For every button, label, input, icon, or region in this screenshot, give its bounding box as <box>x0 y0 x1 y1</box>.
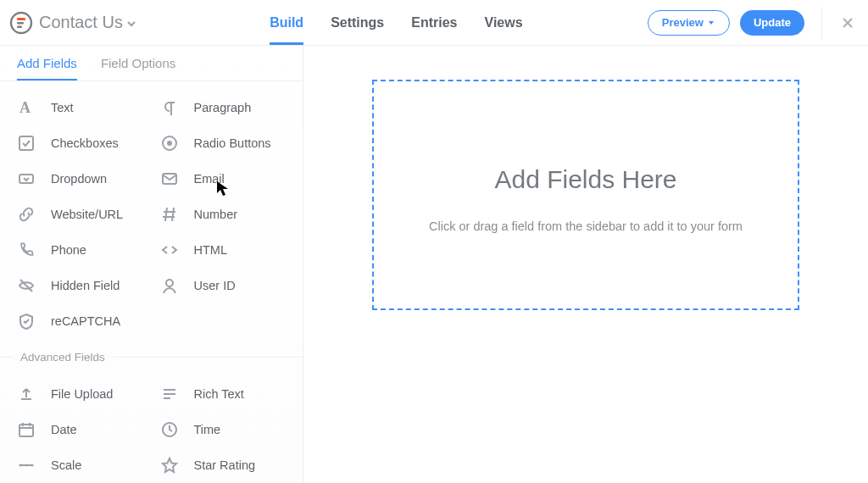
form-title-menu[interactable]: Contact Us <box>39 13 136 32</box>
email-icon <box>160 169 179 188</box>
nav-build[interactable]: Build <box>270 0 303 45</box>
field-type-website-url[interactable]: Website/URL <box>8 197 152 232</box>
field-type-label: Phone <box>51 243 86 257</box>
svg-rect-15 <box>17 25 22 28</box>
calendar-icon <box>17 420 36 439</box>
field-type-rich-text[interactable]: Rich Text <box>152 376 295 412</box>
hidden-icon <box>17 276 36 295</box>
svg-rect-13 <box>17 18 25 20</box>
field-type-label: Rich Text <box>194 387 244 401</box>
dropzone-title: Add Fields Here <box>494 165 676 194</box>
field-type-email[interactable]: Email <box>152 161 295 197</box>
dropdown-icon <box>17 169 36 188</box>
field-type-phone[interactable]: Phone <box>8 232 152 268</box>
svg-rect-14 <box>17 22 24 25</box>
shield-icon <box>17 312 36 330</box>
divider <box>821 7 822 39</box>
field-type-time[interactable]: Time <box>152 412 295 447</box>
star-icon <box>160 456 179 475</box>
field-type-label: reCAPTCHA <box>51 314 120 328</box>
field-type-label: Email <box>194 172 225 186</box>
caret-down-icon <box>707 19 715 27</box>
form-dropzone[interactable]: Add Fields Here Click or drag a field fr… <box>372 80 799 310</box>
checkbox-icon <box>17 134 36 153</box>
field-type-label: Text <box>51 101 74 114</box>
field-type-radio-buttons[interactable]: Radio Buttons <box>152 125 295 161</box>
radio-icon <box>160 134 179 153</box>
field-type-html[interactable]: HTML <box>152 232 295 268</box>
field-type-label: User ID <box>194 279 236 292</box>
field-type-label: Number <box>194 208 238 221</box>
chevron-down-icon <box>126 19 136 29</box>
code-icon <box>160 241 179 259</box>
form-title-text: Contact Us <box>39 13 123 32</box>
upload-icon <box>17 385 36 403</box>
update-button[interactable]: Update <box>740 10 804 36</box>
field-type-scale[interactable]: Scale <box>8 447 152 483</box>
user-icon <box>160 276 179 295</box>
nav-views[interactable]: Views <box>485 0 523 45</box>
nav-entries[interactable]: Entries <box>411 0 457 45</box>
field-type-label: File Upload <box>51 387 113 401</box>
field-type-number[interactable]: Number <box>152 197 295 232</box>
close-icon <box>841 16 854 30</box>
field-type-label: Hidden Field <box>51 279 120 292</box>
top-bar: Contact Us Build Settings Entries Views … <box>0 0 868 46</box>
richtext-icon <box>160 385 179 403</box>
main-nav: Build Settings Entries Views <box>145 0 648 45</box>
field-type-label: Scale <box>51 458 81 472</box>
close-button[interactable] <box>839 14 856 31</box>
clock-icon <box>160 420 179 439</box>
field-type-label: Date <box>51 423 77 436</box>
field-type-text[interactable]: Text <box>8 90 152 125</box>
field-type-label: Radio Buttons <box>194 136 271 150</box>
tab-field-options[interactable]: Field Options <box>101 56 175 80</box>
hash-icon <box>160 205 179 224</box>
field-type-label: Checkboxes <box>51 136 119 150</box>
app-logo <box>8 10 34 36</box>
field-type-label: Star Rating <box>194 458 256 472</box>
advanced-field-list: File UploadRich TextDateTimeScaleStar Ra… <box>0 368 303 483</box>
dropzone-subtitle: Click or drag a field from the sidebar t… <box>429 219 743 233</box>
phone-icon <box>17 241 36 259</box>
paragraph-icon <box>160 98 179 117</box>
preview-button[interactable]: Preview <box>648 10 730 36</box>
field-type-hidden-field[interactable]: Hidden Field <box>8 268 152 303</box>
field-type-label: Paragraph <box>194 101 252 114</box>
field-type-dropdown[interactable]: Dropdown <box>8 161 152 197</box>
field-type-label: Time <box>194 423 221 436</box>
advanced-fields-heading: Advanced Fields <box>0 349 303 364</box>
field-type-star-rating[interactable]: Star Rating <box>152 447 295 483</box>
tab-add-fields[interactable]: Add Fields <box>17 56 77 80</box>
field-type-label: HTML <box>194 243 227 257</box>
field-type-date[interactable]: Date <box>8 412 152 447</box>
link-icon <box>17 205 36 224</box>
form-canvas: Add Fields Here Click or drag a field fr… <box>303 46 868 483</box>
nav-settings[interactable]: Settings <box>331 0 384 45</box>
basic-field-list: TextParagraphCheckboxesRadio ButtonsDrop… <box>0 81 303 339</box>
scale-icon <box>17 456 36 475</box>
text-a-icon <box>17 98 36 117</box>
field-type-label: Dropdown <box>51 172 107 186</box>
field-type-file-upload[interactable]: File Upload <box>8 376 152 412</box>
field-type-paragraph[interactable]: Paragraph <box>152 90 295 125</box>
field-type-recaptcha[interactable]: reCAPTCHA <box>8 303 152 339</box>
field-type-user-id[interactable]: User ID <box>152 268 295 303</box>
sidebar: Add Fields Field Options TextParagraphCh… <box>0 46 303 483</box>
field-type-label: Website/URL <box>51 208 123 221</box>
field-type-checkboxes[interactable]: Checkboxes <box>8 125 152 161</box>
